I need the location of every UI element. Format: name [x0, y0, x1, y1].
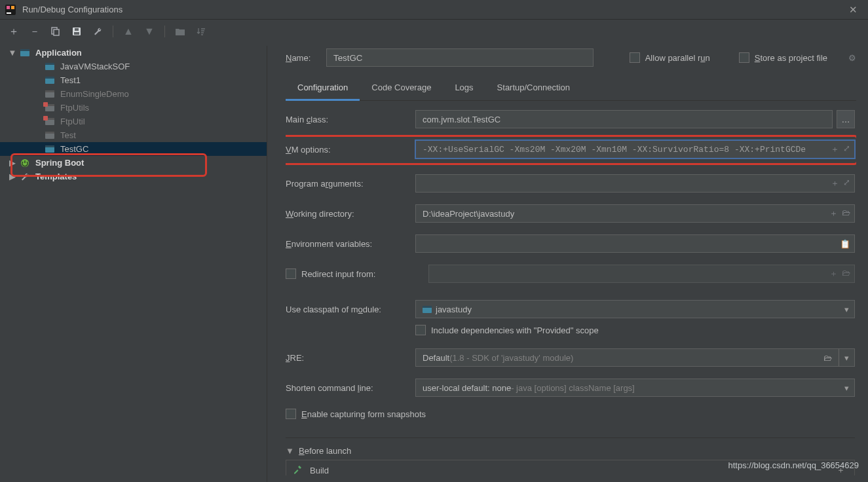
redirect-input-path: ＋🗁 [428, 265, 855, 283]
svg-rect-12 [45, 63, 54, 65]
tree-group-spring-boot[interactable]: ▶ Spring Boot [0, 156, 267, 170]
svg-rect-27 [423, 306, 432, 308]
expand-icon[interactable]: ⤢ [843, 143, 850, 155]
gear-icon[interactable]: ⚙ [848, 53, 856, 63]
application-group-icon [20, 48, 30, 58]
wrench-icon[interactable] [92, 26, 104, 37]
tree-item[interactable]: Test1 [0, 73, 267, 87]
svg-rect-8 [75, 28, 79, 31]
enable-capture-checkbox[interactable]: Enable capturing form snapshots [286, 409, 842, 419]
folder-open-icon[interactable]: 🗁 [842, 208, 850, 219]
svg-rect-24 [45, 145, 54, 147]
tree-group-label: Templates [35, 172, 77, 181]
store-project-file-checkbox[interactable]: Store as project file [739, 52, 827, 63]
env-vars-label: Environment variables: [286, 239, 415, 249]
tree-group-templates[interactable]: ▶ Templates [0, 170, 267, 183]
folder-open-icon[interactable]: 🗁 [842, 268, 850, 280]
before-launch-header[interactable]: ▼ Before launch [286, 446, 855, 456]
program-args-input[interactable]: ＋⤢ [415, 174, 855, 193]
caret-down-icon: ▼ [8, 48, 17, 58]
config-item-error-icon [45, 103, 55, 113]
tree-item-label: Test [60, 130, 76, 140]
main-class-input[interactable]: com.jvm.slot.TestGC [415, 110, 833, 128]
build-task-label: Build [310, 466, 329, 475]
config-item-icon [45, 145, 55, 154]
working-dir-row: Working directory: D:\ideaProject\javast… [286, 204, 855, 223]
config-item-icon [45, 131, 55, 140]
tree-item[interactable]: JavaVMStackSOF [0, 60, 267, 73]
caret-right-icon: ▶ [8, 158, 17, 168]
add-icon[interactable]: ＋ [831, 177, 839, 189]
tree-item[interactable]: FtpUtils [0, 101, 267, 115]
caret-right-icon: ▶ [8, 172, 17, 181]
vm-options-label: VM options: [286, 145, 415, 155]
copy-config-icon[interactable] [50, 26, 62, 37]
redirect-input-row: Redirect input from: ＋🗁 [286, 265, 855, 283]
save-config-icon[interactable] [71, 26, 83, 37]
caret-down-icon: ▼ [286, 446, 295, 456]
main-class-label: Main class: [286, 115, 415, 124]
svg-rect-3 [7, 12, 11, 14]
add-icon[interactable]: ＋ [829, 268, 838, 280]
tabs: Configuration Code Coverage Logs Startup… [286, 77, 856, 101]
tab-startup-connection[interactable]: Startup/Connection [485, 77, 582, 100]
env-vars-input[interactable]: 📋 [415, 234, 855, 253]
svg-rect-20 [45, 118, 54, 120]
folder-open-icon[interactable]: 🗁 [823, 353, 832, 363]
expand-icon[interactable]: ⤢ [843, 177, 850, 189]
jre-dropdown[interactable]: Default (1.8 - SDK of 'javastudy' module… [415, 348, 855, 367]
tab-code-coverage[interactable]: Code Coverage [360, 77, 443, 100]
checkbox-icon [630, 52, 640, 63]
redirect-input-checkbox[interactable]: Redirect input from: [286, 269, 415, 279]
separator [113, 26, 113, 37]
move-down-icon[interactable]: ▼ [143, 26, 155, 37]
sort-icon[interactable] [195, 26, 207, 37]
tree-group-label: Application [35, 48, 82, 58]
include-provided-row[interactable]: Include dependencies with "Provided" sco… [415, 325, 855, 335]
checkbox-icon [286, 269, 296, 279]
working-dir-input[interactable]: D:\ideaProject\javastudy ＋🗁 [415, 204, 855, 223]
watermark-text: https://blog.csdn.net/qq_36654629 [728, 460, 859, 470]
app-logo-icon [5, 5, 16, 15]
allow-parallel-checkbox[interactable]: Allow parallel run [630, 52, 710, 63]
add-icon[interactable]: ＋ [831, 143, 839, 155]
tree-item-label: EnumSingleDemo [60, 89, 129, 99]
shorten-dropdown[interactable]: user-local default: none - java [options… [415, 379, 855, 397]
jre-row: JRE: Default (1.8 - SDK of 'javastudy' m… [286, 348, 855, 367]
config-tree-panel: ▼ Application JavaVMStackSOF Test1 EnumS… [0, 46, 267, 482]
name-input[interactable] [326, 48, 594, 67]
tree-item-label: TestGC [60, 144, 88, 154]
tree-item-label: FtpUtil [60, 117, 85, 126]
tree-item[interactable]: FtpUtil [0, 115, 267, 128]
checkbox-icon [415, 325, 426, 335]
svg-rect-18 [45, 104, 54, 106]
close-icon[interactable]: ✕ [843, 3, 863, 17]
top-right-options: Allow parallel run Store as project file… [630, 52, 856, 63]
svg-rect-22 [45, 132, 54, 134]
svg-rect-2 [11, 6, 14, 9]
chevron-down-icon: ▾ [844, 383, 849, 393]
module-icon [423, 305, 432, 314]
tree-item[interactable]: Test [0, 128, 267, 142]
add-icon[interactable]: ＋ [829, 208, 838, 219]
svg-rect-10 [20, 49, 29, 51]
module-row: Use classpath of module: javastudy ▾ [286, 300, 855, 318]
dialog-title: Run/Debug Configurations [22, 5, 843, 14]
folder-icon[interactable] [174, 26, 186, 37]
move-up-icon[interactable]: ▲ [123, 26, 134, 37]
vm-options-input[interactable]: -XX:+UseSerialGC -Xms20M -Xmx20M -Xmn10M… [415, 140, 855, 158]
add-config-icon[interactable]: ＋ [8, 26, 20, 37]
tab-logs[interactable]: Logs [443, 77, 485, 100]
remove-config-icon[interactable]: － [29, 26, 41, 37]
module-label: Use classpath of module: [286, 305, 415, 314]
list-icon[interactable]: 📋 [840, 239, 850, 249]
working-dir-label: Working directory: [286, 209, 415, 219]
config-editor-panel: Name: Allow parallel run Store as projec… [267, 46, 868, 482]
tree-group-application[interactable]: ▼ Application [0, 46, 267, 60]
tab-configuration[interactable]: Configuration [286, 77, 360, 101]
browse-main-class-button[interactable]: … [837, 110, 855, 128]
tree-item-selected[interactable]: TestGC [0, 142, 267, 156]
tree-item[interactable]: EnumSingleDemo [0, 87, 267, 101]
config-item-icon [45, 62, 55, 71]
module-dropdown[interactable]: javastudy ▾ [415, 300, 855, 318]
